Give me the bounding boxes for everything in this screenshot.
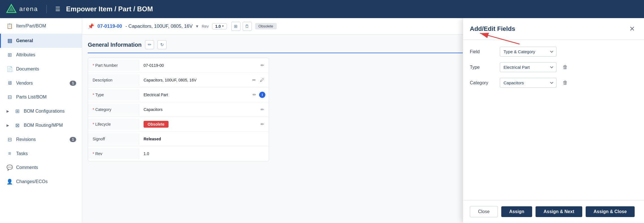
sidebar-item-tasks[interactable]: ≡ Tasks [0, 147, 82, 160]
assign-next-button[interactable]: Assign & Next [536, 206, 582, 217]
category-trash-btn[interactable]: 🗑 [561, 78, 570, 87]
sidebar-item-bom-configurations[interactable]: ▶ ⊞ BOM Configurations [0, 104, 82, 118]
panel-title: Add/Edit Fields [470, 25, 515, 33]
field-value-type: Electrical Part [139, 89, 248, 100]
page-title: Empower Item / Part / BOM [66, 5, 153, 13]
vendors-icon: 🖥 [7, 80, 13, 86]
content-area: 📌 07-0119-00 - Capacitors, 100UF, 0805, … [82, 18, 644, 223]
sidebar-item-item-part-bom[interactable]: 📋 Item/Part/BOM [0, 18, 82, 34]
required-indicator: * [93, 151, 94, 156]
category-select[interactable]: Capacitors Resistors Inductors Connector… [500, 78, 556, 88]
field-label-lifecycle: *Lifecycle [88, 119, 139, 130]
info-icon[interactable]: i [259, 92, 265, 98]
field-select[interactable]: Type & Category Lifecycle Signoff Rev [500, 47, 556, 57]
item-chevron-icon[interactable]: ▾ [196, 23, 198, 29]
item-header-icon: 📌 [88, 23, 94, 29]
sidebar-item-bom-routing[interactable]: ▶ ⊠ BOM Routing/MPM [0, 118, 82, 132]
bom-routing-icon: ⊠ [14, 122, 20, 128]
expand-icon: ▶ [7, 109, 9, 113]
sidebar-item-documents[interactable]: 📄 Documents [0, 62, 82, 76]
table-row: Description Capacitors, 100UF, 0805, 16V… [88, 73, 269, 87]
sidebar-item-changes[interactable]: 👤 Changes/ECOs [0, 175, 82, 189]
sidebar-item-parts-list[interactable]: ⊟ Parts List/BOM [0, 90, 82, 104]
edit-type-btn[interactable]: ✏ [251, 91, 257, 98]
rev-badge[interactable]: 1.0 ▾ [212, 23, 227, 29]
edit-description-btn[interactable]: ✏ [251, 76, 257, 84]
table-row: *Category Capacitors ✏ [88, 102, 269, 117]
table-row: Signoff Released [88, 132, 269, 146]
sidebar-item-label: Tasks [16, 151, 28, 156]
field-label-rev: *Rev [88, 148, 139, 159]
logo-text: arena [19, 5, 38, 13]
edit-section-btn[interactable]: ✏ [145, 40, 154, 49]
item-number[interactable]: 07-0119-00 [97, 23, 122, 29]
required-indicator: * [93, 93, 94, 97]
add-edit-panel: Add/Edit Fields ✕ Field Type & Category … [463, 18, 644, 223]
general-icon: ▤ [7, 38, 13, 44]
add-header-btn[interactable]: ⊞ [231, 22, 240, 31]
field-value-category: Capacitors [139, 104, 256, 115]
lifecycle-obsolete-badge: Obsolete [144, 121, 169, 128]
sidebar-item-label: Vendors [16, 81, 33, 86]
sidebar-item-label: Revisions [16, 137, 36, 142]
field-value-signoff: Released [139, 133, 262, 145]
field-actions-rev [262, 151, 269, 156]
assign-close-button[interactable]: Assign & Close [586, 206, 635, 217]
field-value-rev: 1.0 [139, 148, 262, 159]
header-actions: ⊞ 🗒 [231, 22, 252, 31]
revisions-icon: ⊟ [7, 136, 13, 143]
item-part-bom-icon: 📋 [7, 23, 13, 29]
type-row: Type Electrical Part Mechanical Part Ass… [470, 62, 637, 72]
refresh-section-btn[interactable]: ↻ [157, 40, 167, 49]
field-actions-category: ✏ [256, 104, 269, 115]
edit-part-number-btn[interactable]: ✏ [259, 62, 265, 69]
arena-logo[interactable]: arena [6, 3, 38, 15]
expand-icon: ▶ [7, 123, 9, 127]
field-label: Field [470, 49, 495, 54]
main-layout: 📋 Item/Part/BOM ▤ General ⊞ Attributes 📄… [0, 18, 644, 223]
required-indicator: * [93, 63, 94, 68]
table-row: *Lifecycle Obsolete ✏ [88, 117, 269, 132]
field-actions-description: ✏ 🖊 [248, 74, 269, 86]
attributes-icon: ⊞ [7, 52, 13, 58]
sidebar: 📋 Item/Part/BOM ▤ General ⊞ Attributes 📄… [0, 18, 82, 223]
panel-close-btn[interactable]: ✕ [627, 24, 637, 34]
top-navigation: arena ☰ Empower Item / Part / BOM [0, 0, 644, 18]
required-indicator: * [93, 107, 94, 112]
panel-footer: Close Assign Assign & Next Assign & Clos… [463, 200, 644, 223]
type-select[interactable]: Electrical Part Mechanical Part Assembly… [500, 62, 556, 72]
documents-icon: 📄 [7, 66, 13, 72]
edit-category-btn[interactable]: ✏ [259, 106, 265, 113]
field-actions-part-number: ✏ [256, 59, 269, 71]
panel-body: Field Type & Category Lifecycle Signoff … [463, 40, 644, 200]
table-row: *Rev 1.0 [88, 146, 269, 161]
field-label-type: *Type [88, 89, 139, 100]
sidebar-item-vendors[interactable]: 🖥 Vendors 1 [0, 76, 82, 90]
category-row: Category Capacitors Resistors Inductors … [470, 78, 637, 88]
erase-description-btn[interactable]: 🖊 [259, 76, 265, 83]
field-label-category: *Category [88, 104, 139, 115]
copy-header-btn[interactable]: 🗒 [243, 22, 252, 31]
rev-value: 1.0 [215, 24, 221, 29]
sidebar-item-comments[interactable]: 💬 Comments [0, 160, 82, 175]
sidebar-item-attributes[interactable]: ⊞ Attributes [0, 48, 82, 62]
field-row: Field Type & Category Lifecycle Signoff … [470, 47, 637, 57]
type-trash-btn[interactable]: 🗑 [561, 63, 570, 72]
field-value-description: Capacitors, 100UF, 0805, 16V [139, 74, 248, 86]
close-button[interactable]: Close [470, 206, 498, 217]
rev-label: Rev [202, 24, 209, 29]
hamburger-icon[interactable]: ☰ [55, 6, 60, 12]
edit-lifecycle-btn[interactable]: ✏ [259, 121, 265, 128]
sidebar-item-label: Documents [16, 67, 39, 72]
changes-icon: 👤 [7, 179, 13, 185]
table-row: *Type Electrical Part ✏ i [88, 87, 269, 102]
arena-logo-icon [6, 3, 17, 15]
field-value-lifecycle: Obsolete [139, 119, 256, 130]
sidebar-item-revisions[interactable]: ⊟ Revisions 1 [0, 132, 82, 147]
assign-button[interactable]: Assign [501, 206, 532, 217]
sidebar-item-general[interactable]: ▤ General [0, 34, 82, 48]
revisions-badge: 1 [70, 137, 76, 142]
field-label-part-number: *Part Number [88, 60, 139, 71]
sidebar-item-label: BOM Routing/MPM [24, 123, 63, 128]
sidebar-item-label: General [16, 38, 33, 43]
